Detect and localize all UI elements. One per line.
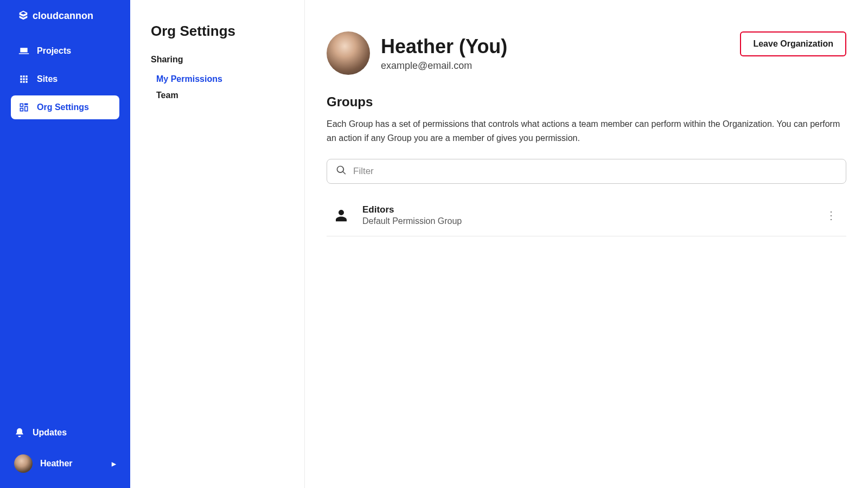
group-name: Editors xyxy=(362,204,462,215)
leave-organization-button[interactable]: Leave Organization xyxy=(740,31,846,56)
groups-title: Groups xyxy=(327,94,846,110)
chevron-right-icon: ▶ xyxy=(112,461,116,467)
filter-input[interactable] xyxy=(353,166,837,177)
subnav-title: Org Settings xyxy=(151,23,284,40)
sidebar-bottom: Updates Heather ▶ xyxy=(11,422,119,478)
grid-icon xyxy=(18,74,29,85)
profile-header: Heather (You) example@email.com Leave Or… xyxy=(327,31,846,75)
subnav: Org Settings Sharing My Permissions Team xyxy=(130,0,305,488)
nav: Projects Sites Org Settings xyxy=(11,39,119,119)
groups-description: Each Group has a set of permissions that… xyxy=(327,117,846,146)
user-avatar-icon xyxy=(14,454,33,473)
profile-avatar-icon xyxy=(327,31,370,75)
brand-mark-icon xyxy=(17,10,29,22)
brand-name: cloudcannon xyxy=(33,10,93,22)
profile-email: example@email.com xyxy=(381,60,507,72)
user-name: Heather xyxy=(40,459,73,468)
nav-item-org-settings[interactable]: Org Settings xyxy=(11,95,119,119)
group-subtitle: Default Permission Group xyxy=(362,216,462,226)
settings-icon xyxy=(18,102,29,113)
person-icon xyxy=(332,207,350,223)
search-icon xyxy=(336,165,347,178)
nav-item-label: Projects xyxy=(37,46,71,56)
subnav-item-team[interactable]: Team xyxy=(151,87,284,104)
updates-link[interactable]: Updates xyxy=(11,422,119,444)
group-row[interactable]: Editors Default Permission Group ⋮ xyxy=(327,197,846,236)
nav-item-label: Sites xyxy=(37,74,58,84)
user-menu[interactable]: Heather ▶ xyxy=(11,449,119,478)
main: Heather (You) example@email.com Leave Or… xyxy=(305,0,868,488)
subnav-section: Sharing xyxy=(151,55,284,65)
nav-item-projects[interactable]: Projects xyxy=(11,39,119,63)
nav-item-label: Org Settings xyxy=(37,102,89,112)
updates-label: Updates xyxy=(33,428,67,438)
profile-name: Heather (You) xyxy=(381,35,507,58)
more-menu-icon[interactable]: ⋮ xyxy=(821,210,841,221)
bell-icon xyxy=(14,427,25,438)
laptop-icon xyxy=(18,46,29,56)
nav-item-sites[interactable]: Sites xyxy=(11,67,119,91)
filter-wrap xyxy=(327,159,846,184)
brand-logo[interactable]: cloudcannon xyxy=(17,10,119,22)
subnav-item-my-permissions[interactable]: My Permissions xyxy=(151,71,284,87)
sidebar: cloudcannon Projects Sites Org Settings xyxy=(0,0,130,488)
